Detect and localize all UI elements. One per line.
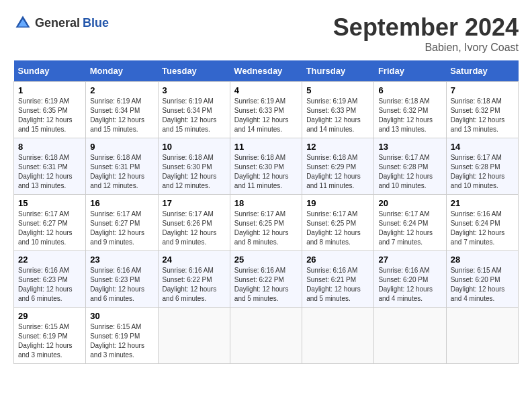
- weekday-header-thursday: Thursday: [302, 60, 374, 82]
- day-number: 9: [90, 142, 153, 152]
- day-info: Sunrise: 6:16 AMSunset: 6:20 PMDaylight:…: [378, 266, 441, 304]
- day-info: Sunrise: 6:16 AMSunset: 6:21 PMDaylight:…: [306, 266, 369, 304]
- day-number: 28: [451, 255, 514, 265]
- day-info: Sunrise: 6:18 AMSunset: 6:30 PMDaylight:…: [163, 153, 226, 191]
- calendar-cell: 14Sunrise: 6:17 AMSunset: 6:28 PMDayligh…: [446, 138, 518, 195]
- calendar-cell: 16Sunrise: 6:17 AMSunset: 6:27 PMDayligh…: [86, 195, 158, 251]
- weekday-header-monday: Monday: [86, 60, 158, 82]
- day-info: Sunrise: 6:15 AMSunset: 6:19 PMDaylight:…: [18, 322, 81, 360]
- logo-general: General: [35, 16, 80, 30]
- day-number: 13: [378, 142, 441, 152]
- weekday-header-friday: Friday: [374, 60, 446, 82]
- day-number: 26: [306, 255, 369, 265]
- day-number: 20: [378, 198, 441, 208]
- day-info: Sunrise: 6:18 AMSunset: 6:31 PMDaylight:…: [18, 153, 81, 191]
- calendar-cell: 2Sunrise: 6:19 AMSunset: 6:34 PMDaylight…: [86, 82, 158, 138]
- logo: GeneralBlue: [13, 13, 109, 32]
- calendar-cell: 12Sunrise: 6:18 AMSunset: 6:29 PMDayligh…: [302, 138, 374, 195]
- calendar-cell: 17Sunrise: 6:17 AMSunset: 6:26 PMDayligh…: [158, 195, 230, 251]
- calendar-cell: 30Sunrise: 6:15 AMSunset: 6:19 PMDayligh…: [86, 308, 158, 364]
- calendar-week-row: 22Sunrise: 6:16 AMSunset: 6:23 PMDayligh…: [14, 251, 519, 308]
- weekday-header-tuesday: Tuesday: [158, 60, 230, 82]
- day-info: Sunrise: 6:19 AMSunset: 6:34 PMDaylight:…: [163, 97, 226, 134]
- calendar-cell: 20Sunrise: 6:17 AMSunset: 6:24 PMDayligh…: [374, 195, 446, 251]
- day-number: 7: [451, 85, 514, 95]
- day-info: Sunrise: 6:17 AMSunset: 6:25 PMDaylight:…: [234, 210, 298, 247]
- day-number: 10: [163, 142, 226, 152]
- day-info: Sunrise: 6:17 AMSunset: 6:27 PMDaylight:…: [90, 210, 153, 247]
- calendar-cell: 10Sunrise: 6:18 AMSunset: 6:30 PMDayligh…: [158, 138, 230, 195]
- calendar-week-row: 15Sunrise: 6:17 AMSunset: 6:27 PMDayligh…: [14, 195, 519, 251]
- day-number: 17: [163, 198, 226, 208]
- day-number: 16: [90, 198, 153, 208]
- title-block: September 2024 Babien, Ivory Coast: [333, 13, 519, 54]
- calendar-cell: 8Sunrise: 6:18 AMSunset: 6:31 PMDaylight…: [14, 138, 86, 195]
- day-number: 8: [18, 142, 81, 152]
- logo-blue: Blue: [83, 16, 109, 30]
- day-info: Sunrise: 6:17 AMSunset: 6:25 PMDaylight:…: [306, 210, 369, 247]
- day-info: Sunrise: 6:15 AMSunset: 6:19 PMDaylight:…: [90, 322, 153, 360]
- day-number: 11: [234, 142, 298, 152]
- page-header: GeneralBlue September 2024 Babien, Ivory…: [13, 13, 519, 54]
- day-number: 27: [378, 255, 441, 265]
- day-info: Sunrise: 6:16 AMSunset: 6:22 PMDaylight:…: [234, 266, 298, 304]
- calendar-week-row: 29Sunrise: 6:15 AMSunset: 6:19 PMDayligh…: [14, 308, 519, 364]
- day-info: Sunrise: 6:16 AMSunset: 6:22 PMDaylight:…: [163, 266, 226, 304]
- calendar-cell: [374, 308, 446, 364]
- day-number: 12: [306, 142, 369, 152]
- day-number: 22: [18, 255, 81, 265]
- day-info: Sunrise: 6:19 AMSunset: 6:34 PMDaylight:…: [90, 97, 153, 134]
- calendar-cell: [302, 308, 374, 364]
- calendar-week-row: 8Sunrise: 6:18 AMSunset: 6:31 PMDaylight…: [14, 138, 519, 195]
- calendar-cell: 11Sunrise: 6:18 AMSunset: 6:30 PMDayligh…: [230, 138, 302, 195]
- calendar-cell: 19Sunrise: 6:17 AMSunset: 6:25 PMDayligh…: [302, 195, 374, 251]
- month-title: September 2024: [333, 13, 519, 42]
- day-number: 3: [163, 85, 226, 95]
- calendar-cell: 23Sunrise: 6:16 AMSunset: 6:23 PMDayligh…: [86, 251, 158, 308]
- calendar-cell: 9Sunrise: 6:18 AMSunset: 6:31 PMDaylight…: [86, 138, 158, 195]
- day-number: 19: [306, 198, 369, 208]
- calendar-cell: 26Sunrise: 6:16 AMSunset: 6:21 PMDayligh…: [302, 251, 374, 308]
- day-number: 15: [18, 198, 81, 208]
- calendar-table: SundayMondayTuesdayWednesdayThursdayFrid…: [13, 60, 519, 364]
- calendar-cell: 3Sunrise: 6:19 AMSunset: 6:34 PMDaylight…: [158, 82, 230, 138]
- day-number: 29: [18, 311, 81, 321]
- day-number: 14: [451, 142, 514, 152]
- day-info: Sunrise: 6:18 AMSunset: 6:30 PMDaylight:…: [234, 153, 298, 191]
- day-info: Sunrise: 6:19 AMSunset: 6:33 PMDaylight:…: [234, 97, 298, 134]
- calendar-cell: 24Sunrise: 6:16 AMSunset: 6:22 PMDayligh…: [158, 251, 230, 308]
- calendar-cell: 21Sunrise: 6:16 AMSunset: 6:24 PMDayligh…: [446, 195, 518, 251]
- calendar-cell: 25Sunrise: 6:16 AMSunset: 6:22 PMDayligh…: [230, 251, 302, 308]
- day-info: Sunrise: 6:19 AMSunset: 6:35 PMDaylight:…: [18, 97, 81, 134]
- day-info: Sunrise: 6:17 AMSunset: 6:26 PMDaylight:…: [163, 210, 226, 247]
- calendar-cell: 7Sunrise: 6:18 AMSunset: 6:32 PMDaylight…: [446, 82, 518, 138]
- calendar-cell: 1Sunrise: 6:19 AMSunset: 6:35 PMDaylight…: [14, 82, 86, 138]
- weekday-header-saturday: Saturday: [446, 60, 518, 82]
- location-title: Babien, Ivory Coast: [333, 42, 519, 54]
- day-number: 18: [234, 198, 298, 208]
- day-info: Sunrise: 6:18 AMSunset: 6:32 PMDaylight:…: [378, 97, 441, 134]
- weekday-header-wednesday: Wednesday: [230, 60, 302, 82]
- calendar-cell: 28Sunrise: 6:15 AMSunset: 6:20 PMDayligh…: [446, 251, 518, 308]
- weekday-header-sunday: Sunday: [14, 60, 86, 82]
- day-number: 2: [90, 85, 153, 95]
- calendar-cell: 29Sunrise: 6:15 AMSunset: 6:19 PMDayligh…: [14, 308, 86, 364]
- day-number: 1: [18, 85, 81, 95]
- day-info: Sunrise: 6:16 AMSunset: 6:23 PMDaylight:…: [90, 266, 153, 304]
- day-number: 24: [163, 255, 226, 265]
- calendar-cell: 15Sunrise: 6:17 AMSunset: 6:27 PMDayligh…: [14, 195, 86, 251]
- day-info: Sunrise: 6:17 AMSunset: 6:27 PMDaylight:…: [18, 210, 81, 247]
- day-info: Sunrise: 6:17 AMSunset: 6:28 PMDaylight:…: [378, 153, 441, 191]
- calendar-cell: 6Sunrise: 6:18 AMSunset: 6:32 PMDaylight…: [374, 82, 446, 138]
- calendar-cell: 18Sunrise: 6:17 AMSunset: 6:25 PMDayligh…: [230, 195, 302, 251]
- day-info: Sunrise: 6:18 AMSunset: 6:31 PMDaylight:…: [90, 153, 153, 191]
- calendar-cell: 4Sunrise: 6:19 AMSunset: 6:33 PMDaylight…: [230, 82, 302, 138]
- day-info: Sunrise: 6:18 AMSunset: 6:32 PMDaylight:…: [451, 97, 514, 134]
- calendar-cell: 5Sunrise: 6:19 AMSunset: 6:33 PMDaylight…: [302, 82, 374, 138]
- day-number: 23: [90, 255, 153, 265]
- calendar-week-row: 1Sunrise: 6:19 AMSunset: 6:35 PMDaylight…: [14, 82, 519, 138]
- calendar-cell: 27Sunrise: 6:16 AMSunset: 6:20 PMDayligh…: [374, 251, 446, 308]
- calendar-cell: [446, 308, 518, 364]
- day-info: Sunrise: 6:19 AMSunset: 6:33 PMDaylight:…: [306, 97, 369, 134]
- day-info: Sunrise: 6:16 AMSunset: 6:23 PMDaylight:…: [18, 266, 81, 304]
